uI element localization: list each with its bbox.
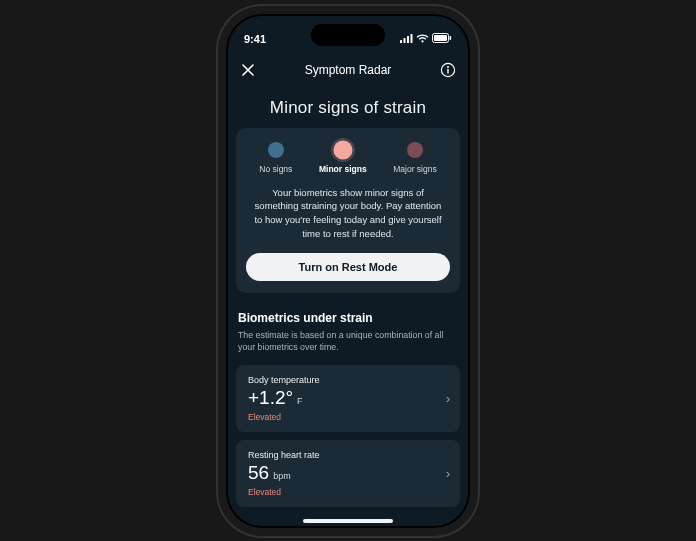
page-title: Minor signs of strain — [236, 86, 460, 128]
battery-icon — [432, 33, 452, 45]
svg-rect-2 — [407, 36, 409, 43]
wifi-icon — [416, 33, 429, 45]
level-dot-icon — [268, 142, 284, 158]
severity-levels: No signs Minor signs Major signs — [246, 142, 450, 174]
status-time: 9:41 — [244, 33, 266, 45]
close-button[interactable] — [240, 62, 256, 78]
metric-unit: bpm — [273, 471, 291, 481]
metric-status: Elevated — [248, 409, 448, 422]
biometrics-title: Biometrics under strain — [238, 311, 458, 325]
level-major-signs[interactable]: Major signs — [393, 142, 436, 174]
nav-title: Symptom Radar — [305, 63, 392, 77]
level-dot-icon — [407, 142, 423, 158]
metric-resting-heart-rate[interactable]: Resting heart rate 56 bpm Elevated › — [236, 440, 460, 507]
chevron-right-icon: › — [446, 392, 450, 406]
level-dot-icon — [335, 142, 351, 158]
info-button[interactable] — [440, 62, 456, 78]
biometrics-header: Biometrics under strain The estimate is … — [236, 293, 460, 358]
level-label: Major signs — [393, 164, 436, 174]
nav-bar: Symptom Radar — [226, 54, 470, 86]
svg-rect-3 — [411, 34, 413, 43]
metric-label: Body temperature — [248, 375, 448, 385]
level-minor-signs[interactable]: Minor signs — [319, 142, 367, 174]
chevron-right-icon: › — [446, 467, 450, 481]
cellular-signal-icon — [400, 33, 413, 45]
svg-rect-1 — [404, 38, 406, 43]
svg-rect-7 — [450, 36, 452, 40]
level-no-signs[interactable]: No signs — [259, 142, 292, 174]
rest-mode-button[interactable]: Turn on Rest Mode — [246, 253, 450, 281]
metric-label: Resting heart rate — [248, 450, 448, 460]
home-indicator[interactable] — [303, 519, 393, 523]
svg-rect-10 — [447, 68, 448, 73]
svg-rect-6 — [434, 35, 447, 41]
metric-unit: F — [297, 396, 303, 406]
metric-body-temperature[interactable]: Body temperature +1.2° F Elevated › — [236, 365, 460, 432]
svg-rect-0 — [400, 40, 402, 43]
svg-point-4 — [421, 40, 423, 42]
metric-value: 56 — [248, 462, 269, 484]
level-label: No signs — [259, 164, 292, 174]
phone-frame: 9:41 Symptom Radar — [218, 6, 478, 536]
dynamic-island — [311, 24, 385, 46]
summary-card: No signs Minor signs Major signs Your bi… — [236, 128, 460, 293]
biometrics-subtitle: The estimate is based on a unique combin… — [238, 325, 458, 354]
status-indicators — [400, 33, 452, 45]
svg-point-9 — [447, 66, 449, 68]
scroll-content[interactable]: Minor signs of strain No signs Minor sig… — [226, 86, 470, 518]
metric-status: Elevated — [248, 484, 448, 497]
summary-description: Your biometrics show minor signs of some… — [246, 186, 450, 253]
level-label: Minor signs — [319, 164, 367, 174]
metric-value: +1.2° — [248, 387, 293, 409]
